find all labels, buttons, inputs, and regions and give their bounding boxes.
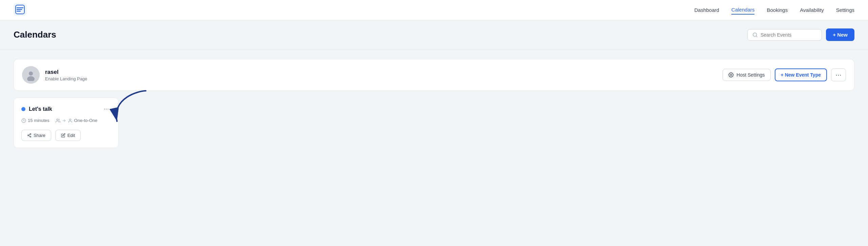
user-info: rasel Enable Landing Page xyxy=(22,66,87,84)
host-settings-button[interactable]: Host Settings xyxy=(723,69,770,81)
nav-bookings[interactable]: Bookings xyxy=(767,6,788,14)
clock-icon xyxy=(21,118,26,123)
app-logo[interactable] xyxy=(14,3,26,17)
event-title-row: Let's talk xyxy=(21,106,52,112)
page-header: Calendars + New xyxy=(0,20,868,49)
new-event-type-button[interactable]: + New Event Type xyxy=(775,68,827,81)
nav-availability[interactable]: Availability xyxy=(800,6,824,14)
search-input[interactable] xyxy=(761,32,817,38)
event-duration: 15 minutes xyxy=(21,118,50,123)
nav-settings[interactable]: Settings xyxy=(836,6,854,14)
share-label: Share xyxy=(34,133,45,138)
svg-point-5 xyxy=(29,71,33,76)
svg-point-9 xyxy=(57,119,58,120)
edit-button[interactable]: Edit xyxy=(55,130,81,141)
gear-icon xyxy=(728,72,734,78)
svg-line-3 xyxy=(756,36,757,37)
nav-links: Dashboard Calendars Bookings Availabilit… xyxy=(694,5,854,15)
user-name: rasel xyxy=(45,69,87,76)
event-meta: 15 minutes One-to-One xyxy=(21,118,111,123)
share-button[interactable]: Share xyxy=(21,130,51,141)
main-content: rasel Enable Landing Page Host Settings … xyxy=(0,49,868,158)
event-card-footer: Share Edit xyxy=(21,130,111,141)
nav-calendars[interactable]: Calendars xyxy=(731,5,754,15)
event-type-text: One-to-One xyxy=(74,118,98,123)
edit-label: Edit xyxy=(67,133,75,138)
navbar: Dashboard Calendars Bookings Availabilit… xyxy=(0,0,868,20)
event-card: Let's talk ··· 15 minutes xyxy=(14,98,119,148)
event-card-header: Let's talk ··· xyxy=(21,105,111,113)
user-subtitle: Enable Landing Page xyxy=(45,76,87,81)
event-type: One-to-One xyxy=(56,118,98,123)
user-details: rasel Enable Landing Page xyxy=(45,69,87,81)
avatar xyxy=(22,66,40,84)
event-title: Let's talk xyxy=(29,106,52,112)
svg-point-11 xyxy=(69,119,71,120)
edit-icon xyxy=(61,133,65,138)
header-actions: + New xyxy=(747,28,854,41)
svg-point-7 xyxy=(730,74,732,76)
user-actions: Host Settings + New Event Type ⋯ xyxy=(723,68,846,81)
more-options-button[interactable]: ⋯ xyxy=(831,68,846,81)
arrow-right-icon xyxy=(62,119,66,123)
svg-line-15 xyxy=(29,136,30,136)
event-menu-button[interactable]: ··· xyxy=(102,105,111,113)
users-icon xyxy=(56,118,60,123)
host-settings-label: Host Settings xyxy=(736,72,765,78)
search-icon xyxy=(752,32,758,38)
search-box[interactable] xyxy=(747,29,822,41)
svg-line-16 xyxy=(29,135,30,135)
page-title: Calendars xyxy=(14,29,56,40)
user-section: rasel Enable Landing Page Host Settings … xyxy=(14,59,854,91)
event-card-wrapper: Let's talk ··· 15 minutes xyxy=(14,98,119,148)
event-duration-text: 15 minutes xyxy=(28,118,50,123)
events-grid: Let's talk ··· 15 minutes xyxy=(14,98,854,148)
event-color-dot xyxy=(21,107,25,111)
nav-dashboard[interactable]: Dashboard xyxy=(694,6,719,14)
new-button[interactable]: + New xyxy=(826,28,854,41)
new-event-type-label: + New Event Type xyxy=(781,72,821,78)
share-icon xyxy=(27,133,32,138)
user-icon xyxy=(68,118,73,123)
